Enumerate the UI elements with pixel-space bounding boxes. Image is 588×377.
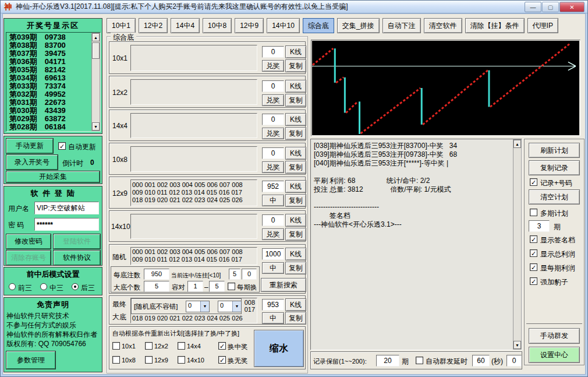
row-content-area[interactable] — [130, 45, 257, 71]
scrollbar[interactable]: ▲ ▼ — [513, 139, 522, 350]
replan-10x8-checkbox[interactable] — [112, 356, 120, 364]
close-button[interactable]: ✕ — [559, 2, 585, 12]
replan-14x10-checkbox[interactable] — [178, 356, 185, 364]
refresh-plan-button[interactable]: 刷新计划 — [529, 143, 580, 158]
login-software-button[interactable]: 登陆软件 — [54, 234, 100, 249]
kline-button[interactable]: K线 — [285, 180, 306, 193]
redeem-button[interactable]: 兑奖 — [262, 94, 284, 106]
copy-button[interactable]: 复制 — [285, 59, 306, 72]
clear-account-button[interactable]: 清除存账号 — [6, 251, 51, 265]
broadcast-delay-field[interactable]: 60 — [472, 355, 490, 367]
list-item[interactable]: 第030期43439 — [6, 107, 91, 115]
swap-on-win-checkbox[interactable]: ✓ — [218, 342, 226, 350]
tab-12z2[interactable]: 12中2 — [139, 18, 168, 33]
streak-lose-field[interactable]: 0 — [242, 269, 257, 280]
row-content-area[interactable] — [130, 146, 257, 172]
settings-center-button[interactable]: 设置中心 — [529, 347, 580, 363]
start-collect-button[interactable]: 开始采集 — [6, 171, 100, 182]
list-item[interactable]: 第034期69613 — [6, 74, 91, 82]
tab-10z8[interactable]: 10中8 — [203, 18, 232, 33]
params-button[interactable]: 参数管理 — [6, 351, 55, 369]
tab-10z1[interactable]: 10中1 — [107, 18, 136, 33]
swap-on-lose-checkbox[interactable]: ✓ — [218, 356, 226, 364]
change-password-button[interactable]: 修改密码 — [6, 234, 51, 249]
hit-button[interactable]: 中 — [262, 262, 284, 274]
show-each-profit-checkbox[interactable]: ✓ — [530, 263, 537, 271]
scroll-thumb[interactable] — [92, 43, 100, 59]
list-item[interactable]: 第037期39475 — [6, 50, 91, 58]
tolerance-from-field[interactable]: 1 — [187, 281, 203, 292]
tab-intersect[interactable]: 交集_拼接 — [337, 18, 380, 33]
broadcast-extra-field[interactable]: 0 — [506, 355, 522, 367]
copy-button[interactable]: 复制 — [285, 161, 306, 174]
each-period-checkbox[interactable] — [228, 283, 235, 290]
redeem-button[interactable]: 兑奖 — [262, 228, 284, 240]
list-item[interactable]: 第029期63872 — [6, 115, 91, 123]
record-number-checkbox[interactable]: ✓ — [530, 178, 537, 186]
base-count-field[interactable]: 5 — [144, 281, 169, 292]
final-dropdown-2[interactable]: 0 ▼ — [218, 301, 242, 312]
tab-14z4[interactable]: 14中4 — [171, 18, 200, 33]
show-signature-checkbox[interactable]: ✓ — [530, 235, 537, 243]
scroll-up-icon[interactable]: ▲ — [513, 140, 521, 148]
copy-button[interactable]: 复制 — [285, 312, 306, 325]
manual-broadcast-button[interactable]: 手动群发 — [529, 328, 580, 344]
auto-broadcast-checkbox[interactable] — [416, 357, 423, 364]
copy-button[interactable]: 复制 — [285, 194, 306, 207]
copy-button[interactable]: 复制 — [285, 127, 306, 140]
multi-period-checkbox[interactable] — [530, 209, 537, 216]
radio-middle3[interactable] — [40, 283, 47, 290]
list-item[interactable]: 第032期49952 — [6, 90, 91, 98]
list-item[interactable]: 第035期82142 — [6, 66, 91, 74]
scrollbar[interactable]: ▲ ▼ — [91, 33, 100, 131]
show-total-profit-checkbox[interactable]: ✓ — [530, 249, 537, 257]
replan-14x4-checkbox[interactable] — [178, 342, 185, 350]
copy-button[interactable]: 复制 — [285, 228, 306, 241]
auto-update-checkbox[interactable]: ✓ — [58, 142, 66, 150]
redeem-button[interactable]: 兑奖 — [262, 128, 284, 139]
hit-button[interactable]: 中 — [262, 312, 284, 324]
row-content-area[interactable] — [130, 79, 257, 105]
enter-draw-number-button[interactable]: 录入开奖号 — [6, 155, 58, 170]
title-bar[interactable]: 神 神仙-开心乐透V3.1[2017.11.08][提示:私下个人购买2手账号前… — [1, 1, 587, 13]
copy-button[interactable]: 复制 — [285, 262, 306, 274]
period-count-field[interactable]: 3 — [529, 220, 550, 232]
list-item[interactable]: 第039期09738 — [6, 33, 91, 41]
tab-proxy-ip[interactable]: 代理IP — [527, 18, 558, 33]
kline-button[interactable]: K线 — [285, 113, 306, 126]
row-content-area[interactable] — [130, 214, 257, 239]
draw-listbox[interactable]: 第039期09738 第038期83700 第037期39475 第036期04… — [6, 32, 101, 132]
final-content-area[interactable]: 008 017 018 019 020 021 022 023 024 025 … — [130, 298, 257, 323]
kline-button[interactable]: K线 — [285, 45, 306, 58]
replan-12x2-checkbox[interactable] — [145, 342, 153, 350]
plan-log-area[interactable]: [038]期神仙乐透后三953注开[83700]-中奖 34 [039]期神仙乐… — [310, 139, 522, 350]
redeem-button[interactable]: 兑奖 — [262, 60, 284, 72]
kline-button[interactable]: K线 — [285, 298, 306, 311]
tab-12z9[interactable]: 12中9 — [235, 18, 264, 33]
scroll-up-icon[interactable]: ▲ — [92, 33, 100, 41]
clear-plan-button[interactable]: 清空计划 — [529, 189, 580, 205]
copy-record-button[interactable]: 复制记录 — [529, 160, 580, 175]
password-field[interactable]: ****** — [34, 218, 99, 231]
row-content-area[interactable]: 000 001 002 003 004 005 006 007 008 009 … — [130, 179, 257, 206]
shrink-button[interactable]: 缩水 — [254, 330, 304, 367]
tolerance-to-field[interactable]: 5 — [209, 281, 225, 292]
final-dropdown-1[interactable]: 0 ▼ — [186, 301, 210, 312]
random-content-area[interactable]: 000 001 002 003 004 005 006 007 008 009 … — [130, 247, 257, 265]
radio-back3[interactable] — [72, 283, 79, 290]
tab-autobet[interactable]: 自动下注 — [382, 18, 421, 33]
maximize-button[interactable]: ▢ — [542, 2, 559, 12]
hit-button[interactable]: 中 — [262, 195, 284, 206]
scroll-down-icon[interactable]: ▼ — [513, 341, 521, 349]
kline-button[interactable]: K线 — [285, 80, 306, 93]
row-content-area[interactable] — [130, 113, 257, 138]
redeem-button[interactable]: 兑奖 — [262, 161, 284, 173]
force-leopard-checkbox[interactable]: ✓ — [530, 277, 537, 285]
software-agreement-button[interactable]: 软件协议 — [54, 251, 100, 265]
username-field[interactable]: VIP:天空破解站 — [34, 202, 99, 214]
copy-button[interactable]: 复制 — [285, 94, 306, 107]
streak-win-field[interactable]: 5 — [229, 269, 240, 280]
chevron-down-icon[interactable]: ▼ — [200, 301, 209, 312]
tab-14z10[interactable]: 14中10 — [267, 18, 300, 33]
radio-front3[interactable] — [9, 283, 16, 290]
